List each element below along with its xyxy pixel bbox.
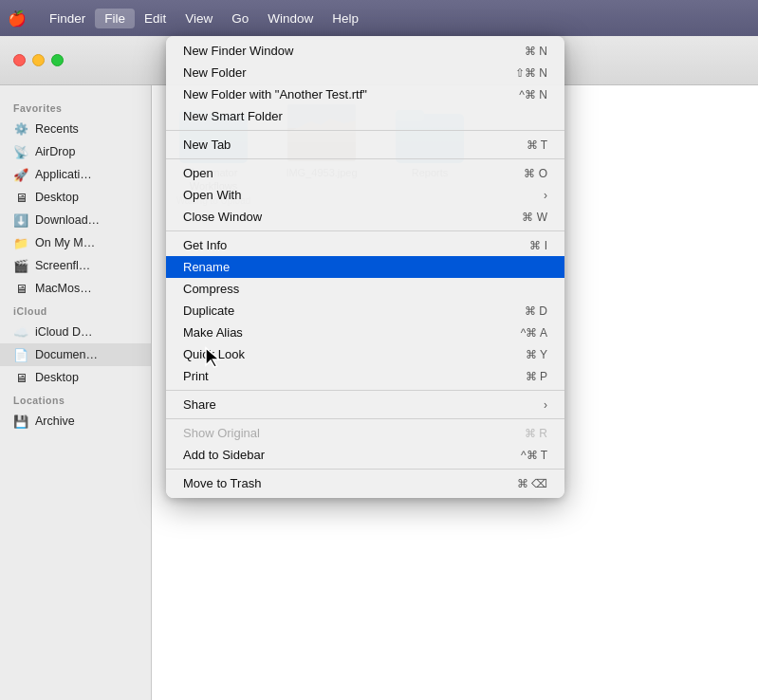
- sidebar-item-documents[interactable]: 📄 Documen…: [0, 343, 151, 366]
- menu-item-new-folder[interactable]: New Folder ⇧⌘ N: [166, 62, 564, 83]
- sidebar-macmost-text: MacMos…: [35, 282, 92, 295]
- sidebar-item-downloads[interactable]: ⬇️ Download…: [0, 209, 151, 231]
- downloads-icon: ⬇️: [13, 212, 28, 228]
- applications-icon: 🚀: [13, 167, 28, 182]
- sidebar-item-icloud-drive[interactable]: ☁️ iCloud D…: [0, 321, 151, 343]
- menu-separator-5: [166, 418, 564, 419]
- desktop-icon: 🖥: [13, 190, 28, 205]
- menu-separator-4: [166, 390, 564, 391]
- sidebar-onmymac-text: On My M…: [35, 236, 95, 249]
- menu-separator-2: [166, 158, 564, 159]
- menu-item-show-original[interactable]: Show Original ⌘ R: [166, 422, 564, 444]
- file-dropdown-menu[interactable]: New Finder Window ⌘ N New Folder ⇧⌘ N Ne…: [166, 36, 564, 498]
- menu-item-make-alias[interactable]: Make Alias ^⌘ A: [166, 322, 564, 343]
- sidebar-item-applications[interactable]: 🚀 Applicati…: [0, 163, 151, 186]
- menubar-go[interactable]: Go: [222, 9, 258, 28]
- menu-item-new-smart-folder[interactable]: New Smart Folder: [166, 105, 564, 127]
- sidebar-recents-text: Recents: [35, 122, 79, 136]
- menu-item-compress[interactable]: Compress: [166, 278, 564, 300]
- menubar-edit[interactable]: Edit: [135, 9, 176, 28]
- menubar: 🍎 Finder File Edit View Go Window Help: [0, 0, 758, 36]
- onmymac-icon: 📁: [13, 235, 28, 250]
- apple-menu[interactable]: 🍎: [8, 9, 27, 28]
- menu-item-get-info[interactable]: Get Info ⌘ I: [166, 234, 564, 256]
- locations-label: Locations: [0, 389, 151, 410]
- menubar-help[interactable]: Help: [323, 9, 368, 28]
- close-button[interactable]: [13, 54, 26, 66]
- sidebar-item-desktop[interactable]: 🖥 Desktop: [0, 186, 151, 209]
- favorites-label: Favorites: [0, 97, 151, 118]
- menu-item-open-with[interactable]: Open With ›: [166, 184, 564, 206]
- screenflow-icon: 🎬: [13, 258, 28, 273]
- sidebar-applications-text: Applicati…: [35, 168, 92, 181]
- archive-icon: 💾: [13, 414, 28, 429]
- sidebar-desktop2-text: Desktop: [35, 371, 79, 384]
- menubar-finder[interactable]: Finder: [40, 9, 95, 28]
- menu-item-move-to-trash[interactable]: Move to Trash ⌘ ⌫: [166, 472, 564, 494]
- menubar-view[interactable]: View: [176, 9, 222, 28]
- menu-item-new-folder-with[interactable]: New Folder with "Another Test.rtf" ^⌘ N: [166, 83, 564, 105]
- sidebar-item-screenflow[interactable]: 🎬 Screenfl…: [0, 254, 151, 277]
- sidebar-item-onmymac[interactable]: 📁 On My M…: [0, 231, 151, 254]
- sidebar-archive-text: Archive: [35, 414, 75, 428]
- documents-icon: 📄: [13, 347, 28, 362]
- icloud-drive-icon: ☁️: [13, 324, 28, 340]
- desktop2-icon: 🖥: [13, 370, 28, 385]
- menubar-file[interactable]: File: [95, 9, 135, 28]
- menu-item-share[interactable]: Share ›: [166, 394, 564, 415]
- menu-item-new-finder-window[interactable]: New Finder Window ⌘ N: [166, 40, 564, 62]
- sidebar-item-airdrop[interactable]: 📡 AirDrop: [0, 140, 151, 163]
- menu-item-add-to-sidebar[interactable]: Add to Sidebar ^⌘ T: [166, 444, 564, 466]
- recents-icon: ⚙️: [13, 121, 28, 137]
- sidebar-icloud-drive-text: iCloud D…: [35, 325, 92, 339]
- sidebar-item-archive[interactable]: 💾 Archive: [0, 410, 151, 433]
- sidebar: Favorites ⚙️ Recents 📡 AirDrop 🚀 Applica…: [0, 85, 152, 700]
- sidebar-airdrop-text: AirDrop: [35, 145, 75, 158]
- menu-item-close-window[interactable]: Close Window ⌘ W: [166, 206, 564, 228]
- macmost-icon: 🖥: [13, 281, 28, 296]
- menu-separator-1: [166, 130, 564, 131]
- menu-item-new-tab[interactable]: New Tab ⌘ T: [166, 134, 564, 156]
- menu-item-print[interactable]: Print ⌘ P: [166, 365, 564, 387]
- minimize-button[interactable]: [32, 54, 45, 66]
- sidebar-downloads-text: Download…: [35, 213, 100, 227]
- sidebar-item-desktop2[interactable]: 🖥 Desktop: [0, 366, 151, 389]
- sidebar-documents-text: Documen…: [35, 348, 98, 361]
- menu-item-quick-look[interactable]: Quick Look ⌘ Y: [166, 343, 564, 365]
- menu-separator-6: [166, 469, 564, 470]
- airdrop-icon: 📡: [13, 144, 28, 159]
- sidebar-desktop-text: Desktop: [35, 191, 79, 204]
- traffic-lights: [13, 54, 64, 66]
- menu-item-rename[interactable]: Rename: [166, 256, 564, 278]
- maximize-button[interactable]: [51, 54, 64, 66]
- menu-item-open[interactable]: Open ⌘ O: [166, 162, 564, 184]
- icloud-label: iCloud: [0, 300, 151, 321]
- sidebar-screenflow-text: Screenfl…: [35, 259, 90, 272]
- menu-separator-3: [166, 230, 564, 231]
- sidebar-item-recents[interactable]: ⚙️ Recents: [0, 118, 151, 140]
- menu-item-duplicate[interactable]: Duplicate ⌘ D: [166, 300, 564, 322]
- menubar-window[interactable]: Window: [258, 9, 323, 28]
- sidebar-item-macmost[interactable]: 🖥 MacMos…: [0, 277, 151, 300]
